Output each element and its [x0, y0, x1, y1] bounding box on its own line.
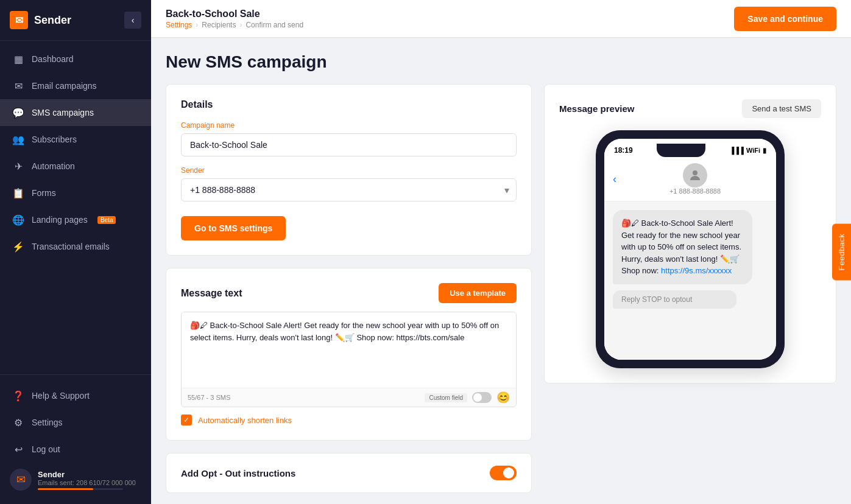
- opt-out-toggle[interactable]: [490, 466, 517, 480]
- details-card-title: Details: [181, 99, 517, 110]
- sidebar-item-label: Automation: [32, 161, 75, 171]
- emoji-button[interactable]: 😊: [496, 392, 510, 403]
- message-textarea[interactable]: 🎒🖊 Back-to-School Sale Alert! Get ready …: [182, 312, 516, 385]
- campaign-name-group: Campaign name: [181, 121, 517, 156]
- logout-icon: ↩: [12, 443, 24, 455]
- sidebar-item-sms-campaigns[interactable]: 💬 SMS campaigns: [0, 99, 151, 126]
- preview-header: Message preview Send a test SMS: [559, 99, 821, 118]
- forms-icon: 📋: [12, 187, 24, 199]
- sidebar-logo: ✉ Sender: [10, 11, 71, 29]
- sidebar-item-label: Subscribers: [32, 135, 77, 144]
- topbar: Back-to-School Sale Settings › Recipient…: [151, 0, 851, 38]
- back-arrow-icon[interactable]: ‹: [613, 173, 616, 186]
- wifi-icon: WiFi: [746, 147, 760, 154]
- logo-icon: ✉: [10, 11, 28, 29]
- breadcrumb-sep-2: ›: [239, 21, 242, 29]
- preview-panel: Message preview Send a test SMS 18:19 ▐▐…: [544, 84, 836, 383]
- auto-shorten-checkbox[interactable]: ✓: [181, 415, 192, 425]
- sms-message-bubble: 🎒🖊 Back-to-School Sale Alert! Get ready …: [613, 210, 752, 284]
- email-campaigns-icon: ✉: [12, 80, 24, 92]
- status-icons: ▐▐▐ WiFi ▮: [729, 147, 766, 155]
- landing-pages-icon: 🌐: [12, 214, 24, 226]
- sidebar-footer: ❓ Help & Support ⚙ Settings ↩ Log out ✉ …: [0, 374, 151, 504]
- textarea-actions: Custom field 😊: [425, 392, 510, 403]
- phone-mockup: 18:19 ▐▐▐ WiFi ▮ ‹: [596, 130, 785, 368]
- sidebar-item-logout[interactable]: ↩ Log out: [0, 436, 151, 463]
- sidebar-item-email-campaigns[interactable]: ✉ Email campaigns: [0, 72, 151, 99]
- svg-point-0: [693, 170, 697, 175]
- user-progress-bar-container: [38, 488, 123, 490]
- sidebar-item-label: Settings: [32, 418, 63, 427]
- sidebar-user-info: ✉ Sender Emails sent: 208 610/72 000 000: [0, 463, 151, 497]
- sidebar-item-label: SMS campaigns: [32, 108, 94, 117]
- phone-status-bar: 18:19 ▐▐▐ WiFi ▮: [604, 139, 776, 157]
- sms-campaigns-icon: 💬: [12, 107, 24, 119]
- campaign-title: Back-to-School Sale: [166, 9, 303, 19]
- sidebar-nav: ▦ Dashboard ✉ Email campaigns 💬 SMS camp…: [0, 41, 151, 374]
- sender-label: Sender: [181, 166, 517, 175]
- topbar-info: Back-to-School Sale Settings › Recipient…: [166, 9, 303, 29]
- breadcrumb-settings[interactable]: Settings: [166, 21, 192, 29]
- campaign-name-input[interactable]: [181, 133, 517, 156]
- phone-notch: [657, 144, 705, 157]
- campaign-name-label: Campaign name: [181, 121, 517, 130]
- details-card: Details Campaign name Sender +1 888-888-…: [166, 84, 532, 256]
- sidebar-item-transactional-emails[interactable]: ⚡ Transactional emails: [0, 233, 151, 260]
- message-textarea-wrap: 🎒🖊 Back-to-School Sale Alert! Get ready …: [181, 312, 517, 407]
- feedback-button[interactable]: Feedback: [832, 223, 851, 280]
- breadcrumb-confirm[interactable]: Confirm and send: [245, 21, 303, 29]
- sms-link: https://9s.ms/xxxxxx: [661, 266, 732, 275]
- sidebar-item-label: Email campaigns: [32, 81, 97, 91]
- user-progress-bar-fill: [38, 488, 93, 490]
- message-card-header: Message text Use a template: [181, 283, 517, 303]
- custom-field-badge: Custom field: [425, 393, 467, 402]
- sidebar-brand-name: Sender: [34, 14, 71, 27]
- sender-select-wrap: +1 888-888-8888 ▾: [181, 178, 517, 201]
- sidebar-item-label: Help & Support: [32, 391, 90, 401]
- transactional-emails-icon: ⚡: [12, 240, 24, 253]
- auto-shorten-label: Automatically shorten links: [198, 416, 292, 425]
- use-template-button[interactable]: Use a template: [439, 283, 517, 303]
- battery-icon: ▮: [763, 147, 766, 155]
- send-test-sms-button[interactable]: Send a test SMS: [742, 99, 821, 118]
- sidebar-header: ✉ Sender ‹: [0, 0, 151, 41]
- help-icon: ❓: [12, 390, 24, 402]
- go-sms-settings-button[interactable]: Go to SMS settings: [181, 216, 286, 240]
- opt-out-title: Add Opt - Out instructions: [181, 468, 295, 478]
- automation-icon: ✈: [12, 160, 24, 172]
- sidebar-item-settings[interactable]: ⚙ Settings: [0, 409, 151, 436]
- sms-body: 🎒🖊 Back-to-School Sale Alert! Get ready …: [604, 201, 776, 360]
- opt-out-card: Add Opt - Out instructions: [166, 453, 532, 493]
- signal-icon: ▐▐▐: [729, 147, 743, 154]
- left-column: Details Campaign name Sender +1 888-888-…: [166, 84, 532, 493]
- textarea-footer: 55/67 - 3 SMS Custom field 😊: [182, 388, 516, 407]
- sms-thread-header: ‹ +1 888-888-8888: [604, 157, 776, 201]
- sidebar-item-label: Forms: [32, 188, 56, 198]
- message-card-title: Message text: [181, 288, 242, 299]
- custom-field-toggle[interactable]: [472, 392, 492, 403]
- sidebar-item-subscribers[interactable]: 👥 Subscribers: [0, 126, 151, 153]
- sidebar-item-help-support[interactable]: ❓ Help & Support: [0, 382, 151, 409]
- user-name: Sender: [38, 470, 136, 479]
- contact-avatar: [683, 163, 707, 187]
- char-count: 55/67 - 3 SMS: [188, 394, 230, 401]
- sidebar-item-landing-pages[interactable]: 🌐 Landing pages Beta: [0, 206, 151, 233]
- sidebar-item-label: Transactional emails: [32, 242, 110, 251]
- sidebar-item-forms[interactable]: 📋 Forms: [0, 180, 151, 206]
- user-details: Sender Emails sent: 208 610/72 000 000: [38, 470, 136, 490]
- auto-shorten-row: ✓ Automatically shorten links: [181, 415, 517, 425]
- user-stats: Emails sent: 208 610/72 000 000: [38, 479, 136, 486]
- sidebar-item-dashboard[interactable]: ▦ Dashboard: [0, 46, 151, 72]
- phone-time: 18:19: [614, 146, 633, 155]
- sidebar-collapse-button[interactable]: ‹: [124, 12, 141, 29]
- save-continue-button[interactable]: Save and continue: [734, 7, 836, 31]
- dashboard-icon: ▦: [12, 53, 24, 65]
- breadcrumb-sep-1: ›: [196, 21, 198, 29]
- sender-select[interactable]: +1 888-888-8888: [181, 178, 517, 201]
- contact-info-wrap: +1 888-888-8888: [623, 163, 768, 195]
- content-grid: Details Campaign name Sender +1 888-888-…: [166, 84, 836, 493]
- beta-badge: Beta: [97, 216, 116, 224]
- sidebar-item-automation[interactable]: ✈ Automation: [0, 153, 151, 180]
- main-content: Back-to-School Sale Settings › Recipient…: [151, 0, 851, 504]
- breadcrumb-recipients[interactable]: Recipients: [202, 21, 236, 29]
